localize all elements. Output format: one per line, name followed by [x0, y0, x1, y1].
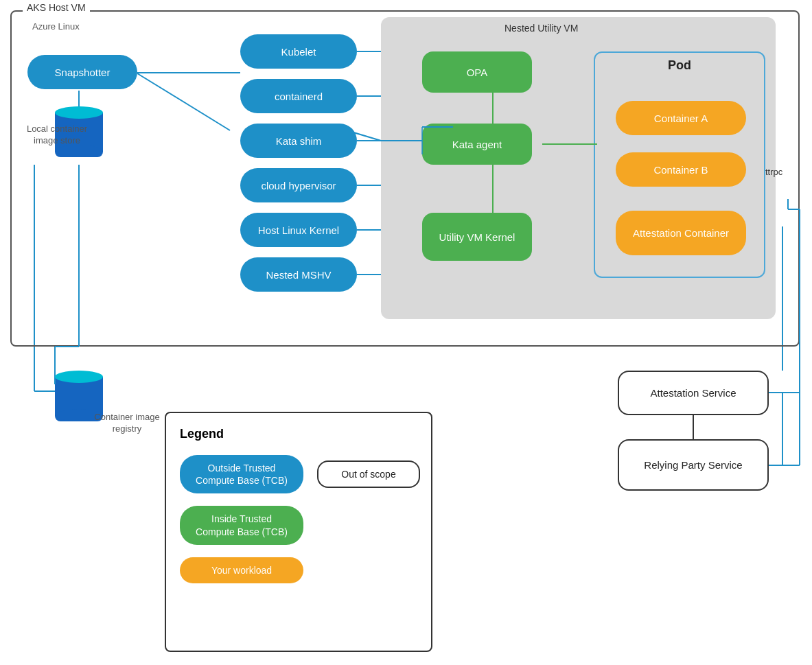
pod-box: Pod Container A Container B Attestation … — [594, 51, 765, 278]
utility-kernel-box: Utility VM Kernel — [422, 213, 532, 261]
registry-label: Container imageregistry — [82, 412, 172, 435]
nested-mshv-label: Nested MSHV — [266, 269, 331, 281]
snapshotter-box: Snapshotter — [27, 55, 137, 89]
kata-agent-box: Kata agent — [422, 124, 532, 165]
your-workload-label: Your workload — [211, 564, 272, 576]
cloud-hypervisor-label: cloud hypervisor — [261, 180, 336, 191]
cylinder-top — [55, 106, 103, 119]
legend-item-inside-tcb: Inside TrustedCompute Base (TCB) — [180, 506, 417, 544]
containerd-box: containerd — [240, 79, 357, 113]
aks-host-label: AKS Host VM — [23, 2, 90, 13]
snapshotter-label: Snapshotter — [55, 67, 111, 78]
nested-vm-box: Nested Utility VM OPA Kata agent Utility… — [381, 17, 776, 319]
container-b-box: Container B — [616, 152, 746, 187]
opa-label: OPA — [467, 67, 488, 78]
legend-item-outside-tcb: Outside TrustedCompute Base (TCB) Out of… — [180, 455, 417, 493]
kubelet-box: Kubelet — [240, 34, 357, 69]
kata-agent-label: Kata agent — [452, 139, 502, 150]
registry-cylinder-top — [55, 371, 103, 383]
container-a-box: Container A — [616, 101, 746, 135]
attestation-service-label: Attestation Service — [650, 387, 736, 399]
legend-pill-green: Inside TrustedCompute Base (TCB) — [180, 506, 303, 544]
host-linux-box: Host Linux Kernel — [240, 213, 357, 247]
cloud-hypervisor-box: cloud hypervisor — [240, 168, 357, 202]
diagram-container: AKS Host VM Azure Linux Nested Utility V… — [0, 0, 812, 665]
out-of-scope-label: Out of scope — [341, 469, 395, 480]
legend-box: Legend Outside TrustedCompute Base (TCB)… — [165, 412, 432, 652]
container-b-label: Container B — [653, 164, 708, 176]
legend-pill-blue: Outside TrustedCompute Base (TCB) — [180, 455, 303, 493]
nested-vm-label: Nested Utility VM — [504, 23, 578, 34]
kata-shim-label: Kata shim — [276, 135, 322, 147]
legend-title: Legend — [180, 427, 417, 441]
attestation-service-box: Attestation Service — [618, 371, 769, 415]
relying-party-label: Relying Party Service — [644, 459, 742, 471]
attestation-container-box: Attestation Container — [616, 211, 746, 255]
kubelet-label: Kubelet — [281, 46, 316, 58]
legend-item-workload: Your workload — [180, 557, 417, 583]
attestation-container-label: Attestation Container — [633, 227, 729, 239]
local-store-label: Local containerimage store — [12, 124, 102, 147]
opa-box: OPA — [422, 51, 532, 93]
host-linux-label: Host Linux Kernel — [258, 224, 339, 236]
containerd-label: containerd — [275, 91, 323, 102]
kata-shim-box: Kata shim — [240, 124, 357, 158]
legend-outline-out-of-scope: Out of scope — [317, 460, 420, 488]
azure-linux-label: Azure Linux — [32, 21, 80, 32]
container-a-label: Container A — [654, 113, 708, 124]
pod-label: Pod — [668, 58, 691, 73]
legend-pill-orange: Your workload — [180, 557, 303, 583]
utility-kernel-label: Utility VM Kernel — [439, 231, 515, 243]
relying-party-box: Relying Party Service — [618, 439, 769, 491]
nested-mshv-box: Nested MSHV — [240, 257, 357, 292]
ttrpc-label: ttrpc — [765, 167, 782, 177]
